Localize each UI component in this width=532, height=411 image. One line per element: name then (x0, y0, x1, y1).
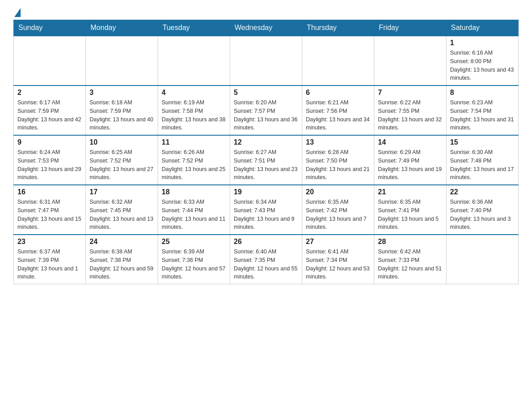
weekday-header-tuesday: Tuesday (158, 20, 230, 36)
day-info: Sunrise: 6:39 AMSunset: 7:36 PMDaylight:… (162, 248, 226, 281)
day-number: 28 (378, 238, 442, 246)
logo-triangle-icon (14, 8, 21, 17)
day-number: 21 (378, 188, 442, 196)
weekday-header-sunday: Sunday (14, 20, 86, 36)
calendar-cell (158, 36, 230, 86)
day-info: Sunrise: 6:34 AMSunset: 7:43 PMDaylight:… (234, 198, 298, 231)
day-info: Sunrise: 6:21 AMSunset: 7:56 PMDaylight:… (306, 98, 370, 132)
day-info: Sunrise: 6:20 AMSunset: 7:57 PMDaylight:… (234, 98, 298, 132)
day-info: Sunrise: 6:23 AMSunset: 7:54 PMDaylight:… (450, 98, 515, 132)
day-number: 20 (306, 188, 370, 196)
day-number: 4 (162, 89, 226, 97)
calendar-cell: 5Sunrise: 6:20 AMSunset: 7:57 PMDaylight… (230, 86, 302, 135)
day-info: Sunrise: 6:41 AMSunset: 7:34 PMDaylight:… (306, 248, 370, 281)
calendar-week-row: 16Sunrise: 6:31 AMSunset: 7:47 PMDayligh… (14, 185, 519, 235)
calendar-cell: 18Sunrise: 6:33 AMSunset: 7:44 PMDayligh… (158, 185, 230, 235)
calendar-cell: 11Sunrise: 6:26 AMSunset: 7:52 PMDayligh… (158, 135, 230, 185)
day-info: Sunrise: 6:29 AMSunset: 7:49 PMDaylight:… (378, 148, 442, 182)
day-number: 15 (450, 138, 515, 146)
day-number: 6 (306, 89, 370, 97)
day-info: Sunrise: 6:24 AMSunset: 7:53 PMDaylight:… (17, 148, 82, 182)
calendar-cell: 19Sunrise: 6:34 AMSunset: 7:43 PMDayligh… (230, 185, 302, 235)
day-number: 24 (90, 238, 154, 246)
calendar-cell: 23Sunrise: 6:37 AMSunset: 7:39 PMDayligh… (14, 235, 86, 284)
calendar-cell: 20Sunrise: 6:35 AMSunset: 7:42 PMDayligh… (302, 185, 374, 235)
day-info: Sunrise: 6:36 AMSunset: 7:40 PMDaylight:… (450, 198, 515, 231)
calendar-week-row: 9Sunrise: 6:24 AMSunset: 7:53 PMDaylight… (14, 135, 519, 185)
calendar-table: SundayMondayTuesdayWednesdayThursdayFrid… (13, 20, 519, 284)
day-number: 22 (450, 188, 515, 196)
calendar-cell: 2Sunrise: 6:17 AMSunset: 7:59 PMDaylight… (14, 86, 86, 135)
day-info: Sunrise: 6:19 AMSunset: 7:58 PMDaylight:… (162, 98, 226, 132)
calendar-cell: 17Sunrise: 6:32 AMSunset: 7:45 PMDayligh… (86, 185, 158, 235)
calendar-cell: 12Sunrise: 6:27 AMSunset: 7:51 PMDayligh… (230, 135, 302, 185)
logo (13, 9, 21, 15)
weekday-header-wednesday: Wednesday (230, 20, 302, 36)
day-info: Sunrise: 6:32 AMSunset: 7:45 PMDaylight:… (90, 198, 154, 231)
day-number: 10 (90, 138, 154, 146)
day-info: Sunrise: 6:17 AMSunset: 7:59 PMDaylight:… (17, 98, 82, 132)
calendar-cell: 14Sunrise: 6:29 AMSunset: 7:49 PMDayligh… (374, 135, 446, 185)
calendar-cell: 16Sunrise: 6:31 AMSunset: 7:47 PMDayligh… (14, 185, 86, 235)
day-info: Sunrise: 6:35 AMSunset: 7:41 PMDaylight:… (378, 198, 442, 231)
day-number: 7 (378, 89, 442, 97)
page-header (13, 9, 519, 15)
weekday-header-row: SundayMondayTuesdayWednesdayThursdayFrid… (14, 20, 519, 36)
calendar-cell (14, 36, 86, 86)
weekday-header-monday: Monday (86, 20, 158, 36)
day-info: Sunrise: 6:18 AMSunset: 7:59 PMDaylight:… (90, 98, 154, 132)
day-number: 23 (17, 238, 82, 246)
weekday-header-thursday: Thursday (302, 20, 374, 36)
calendar-cell (302, 36, 374, 86)
day-info: Sunrise: 6:28 AMSunset: 7:50 PMDaylight:… (306, 148, 370, 182)
calendar-cell: 24Sunrise: 6:38 AMSunset: 7:38 PMDayligh… (86, 235, 158, 284)
calendar-cell: 21Sunrise: 6:35 AMSunset: 7:41 PMDayligh… (374, 185, 446, 235)
day-info: Sunrise: 6:26 AMSunset: 7:52 PMDaylight:… (162, 148, 226, 182)
calendar-cell: 27Sunrise: 6:41 AMSunset: 7:34 PMDayligh… (302, 235, 374, 284)
calendar-cell (86, 36, 158, 86)
calendar-cell: 13Sunrise: 6:28 AMSunset: 7:50 PMDayligh… (302, 135, 374, 185)
calendar-cell: 9Sunrise: 6:24 AMSunset: 7:53 PMDaylight… (14, 135, 86, 185)
day-number: 1 (450, 39, 515, 47)
calendar-cell: 22Sunrise: 6:36 AMSunset: 7:40 PMDayligh… (446, 185, 519, 235)
day-info: Sunrise: 6:38 AMSunset: 7:38 PMDaylight:… (90, 248, 154, 281)
calendar-week-row: 2Sunrise: 6:17 AMSunset: 7:59 PMDaylight… (14, 86, 519, 135)
weekday-header-saturday: Saturday (446, 20, 519, 36)
day-info: Sunrise: 6:40 AMSunset: 7:35 PMDaylight:… (234, 248, 298, 281)
day-number: 25 (162, 238, 226, 246)
calendar-cell: 6Sunrise: 6:21 AMSunset: 7:56 PMDaylight… (302, 86, 374, 135)
calendar-cell (446, 235, 519, 284)
calendar-cell: 7Sunrise: 6:22 AMSunset: 7:55 PMDaylight… (374, 86, 446, 135)
day-number: 27 (306, 238, 370, 246)
day-info: Sunrise: 6:33 AMSunset: 7:44 PMDaylight:… (162, 198, 226, 231)
day-info: Sunrise: 6:25 AMSunset: 7:52 PMDaylight:… (90, 148, 154, 182)
day-info: Sunrise: 6:42 AMSunset: 7:33 PMDaylight:… (378, 248, 442, 281)
day-number: 16 (17, 188, 82, 196)
day-info: Sunrise: 6:16 AMSunset: 8:00 PMDaylight:… (450, 49, 515, 82)
weekday-header-friday: Friday (374, 20, 446, 36)
day-number: 18 (162, 188, 226, 196)
calendar-cell: 28Sunrise: 6:42 AMSunset: 7:33 PMDayligh… (374, 235, 446, 284)
day-number: 9 (17, 138, 82, 146)
day-info: Sunrise: 6:30 AMSunset: 7:48 PMDaylight:… (450, 148, 515, 182)
day-info: Sunrise: 6:31 AMSunset: 7:47 PMDaylight:… (17, 198, 82, 231)
day-number: 26 (234, 238, 298, 246)
calendar-cell (374, 36, 446, 86)
calendar-cell: 26Sunrise: 6:40 AMSunset: 7:35 PMDayligh… (230, 235, 302, 284)
day-info: Sunrise: 6:22 AMSunset: 7:55 PMDaylight:… (378, 98, 442, 132)
day-number: 11 (162, 138, 226, 146)
day-number: 17 (90, 188, 154, 196)
day-info: Sunrise: 6:27 AMSunset: 7:51 PMDaylight:… (234, 148, 298, 182)
day-info: Sunrise: 6:37 AMSunset: 7:39 PMDaylight:… (17, 248, 82, 281)
calendar-cell: 4Sunrise: 6:19 AMSunset: 7:58 PMDaylight… (158, 86, 230, 135)
day-number: 14 (378, 138, 442, 146)
calendar-week-row: 1Sunrise: 6:16 AMSunset: 8:00 PMDaylight… (14, 36, 519, 86)
calendar-cell (230, 36, 302, 86)
calendar-cell: 15Sunrise: 6:30 AMSunset: 7:48 PMDayligh… (446, 135, 519, 185)
calendar-cell: 10Sunrise: 6:25 AMSunset: 7:52 PMDayligh… (86, 135, 158, 185)
day-number: 19 (234, 188, 298, 196)
calendar-cell: 25Sunrise: 6:39 AMSunset: 7:36 PMDayligh… (158, 235, 230, 284)
day-number: 12 (234, 138, 298, 146)
day-number: 5 (234, 89, 298, 97)
calendar-cell: 1Sunrise: 6:16 AMSunset: 8:00 PMDaylight… (446, 36, 519, 86)
